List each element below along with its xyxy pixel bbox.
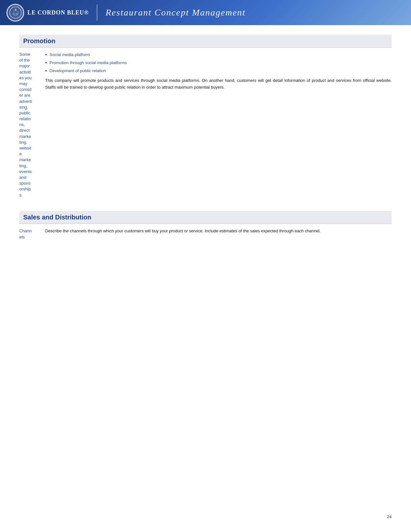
sidebar-websit: websit [19, 146, 31, 150]
promotion-body: Some of the major activiti es you may co… [19, 52, 392, 198]
sidebar-events: events [19, 169, 32, 174]
sidebar-marke: marke [19, 134, 31, 139]
logo-divider [97, 5, 97, 21]
sidebar-e: e [19, 151, 22, 156]
sales-main-text: Describe the channels through which your… [45, 228, 392, 240]
bullet-item-3: • Development of public relation [45, 68, 392, 74]
bullet-text-1: Social media platform [50, 52, 90, 58]
promotion-section: Promotion Some of the major activiti es … [19, 35, 392, 198]
sidebar-relatio: relatio [19, 116, 31, 121]
svg-text:⚜: ⚜ [14, 8, 17, 12]
promotion-sidebar: Some of the major activiti es you may co… [19, 52, 45, 198]
sidebar-adverti: adverti [19, 99, 32, 104]
sidebar-direct: direct [19, 128, 30, 133]
promotion-main: • Social media platform • Promotion thro… [45, 52, 392, 198]
promotion-title: Promotion [23, 37, 55, 44]
bullet-text-2: Promotion through social media platforms [50, 60, 127, 66]
sidebar-s: s [19, 193, 22, 198]
sidebar-ns: ns, [19, 122, 25, 127]
header-banner: ⚜ LCB LE CORDON BLEU® Restaurant Concept… [0, 0, 411, 25]
sidebar-activiti: activiti [19, 70, 31, 74]
sidebar-and: and [19, 175, 26, 180]
bullet-item-2: • Promotion through social media platfor… [45, 60, 392, 66]
logo-emblem: ⚜ LCB [6, 4, 24, 22]
bullet-dot-3: • [45, 68, 47, 74]
sales-title: Sales and Distribution [23, 214, 91, 221]
promotion-bullet-list: • Social media platform • Promotion thro… [45, 52, 392, 74]
svg-text:LCB: LCB [13, 13, 18, 15]
logo-brand-text: LE CORDON BLEU® [27, 9, 89, 16]
sidebar-sing: sing, [19, 105, 28, 110]
sales-section: Sales and Distribution Chann els Describ… [19, 211, 392, 240]
bullet-dot-1: • [45, 52, 47, 58]
sidebar-consid: consid [19, 87, 32, 92]
sidebar-els: els [19, 235, 25, 239]
logo-area: ⚜ LCB LE CORDON BLEU® Restaurant Concept… [6, 4, 246, 22]
bullet-item-1: • Social media platform [45, 52, 392, 58]
logo-subtitle-text: Restaurant Concept Management [105, 7, 245, 18]
sidebar-public: public [19, 111, 30, 115]
promotion-header: Promotion [19, 35, 392, 48]
sidebar-er-are: er are [19, 93, 30, 98]
sidebar-orship: orship [19, 187, 31, 191]
sidebar-marke2: marke [19, 157, 31, 162]
sidebar-es-you: es you [19, 75, 32, 80]
sidebar-of-the: of the [19, 58, 30, 63]
sales-body: Chann els Describe the channels through … [19, 228, 392, 240]
sidebar-some: Some [19, 52, 30, 57]
bullet-dot-2: • [45, 60, 47, 66]
sidebar-ting1: ting, [19, 140, 27, 145]
sidebar-ting2: ting, [19, 163, 27, 168]
page-content: Promotion Some of the major activiti es … [0, 32, 411, 273]
sidebar-chann: Chann [19, 228, 32, 233]
sidebar-may: may [19, 81, 27, 86]
bullet-text-3: Development of public relation [50, 68, 106, 74]
page-number: 24 [387, 514, 392, 519]
promotion-body-paragraph: This company will promote products and s… [45, 77, 392, 91]
sidebar-major: major [19, 63, 30, 68]
sales-sidebar: Chann els [19, 228, 45, 240]
sidebar-spons: spons [19, 181, 31, 186]
sales-header: Sales and Distribution [19, 211, 392, 224]
